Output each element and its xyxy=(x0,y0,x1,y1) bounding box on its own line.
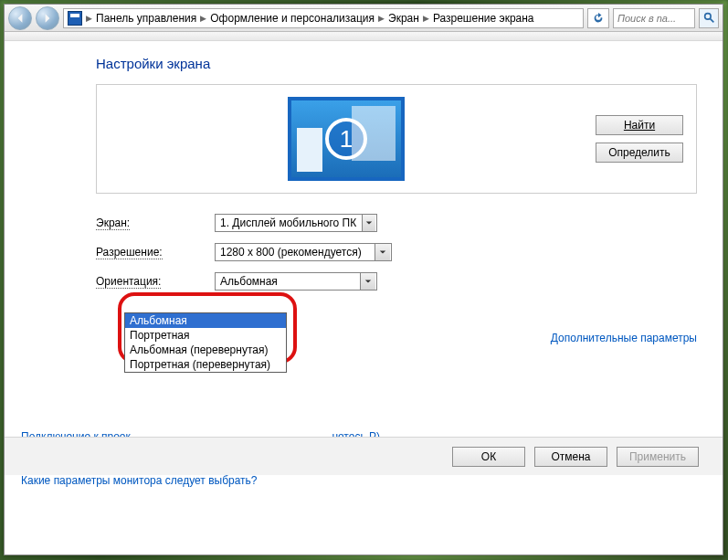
apply-button[interactable]: Применить xyxy=(617,447,699,467)
control-panel-icon xyxy=(68,11,82,26)
navigation-toolbar: ▶ Панель управления ▶ Оформление и персо… xyxy=(5,5,723,32)
breadcrumb-item[interactable]: Панель управления xyxy=(96,12,196,25)
screen-combobox[interactable]: 1. Дисплей мобильного ПК xyxy=(215,214,377,232)
orientation-option[interactable]: Альбомная xyxy=(125,313,286,328)
page-title: Настройки экрана xyxy=(96,56,697,71)
settings-form: Экран: 1. Дисплей мобильного ПК Разрешен… xyxy=(96,214,697,291)
screen-value: 1. Дисплей мобильного ПК xyxy=(216,217,361,229)
resolution-combobox[interactable]: 1280 x 800 (рекомендуется) xyxy=(215,243,392,261)
orientation-option[interactable]: Портретная (перевернутая) xyxy=(125,357,286,372)
find-button[interactable]: Найти xyxy=(596,115,683,135)
svg-point-0 xyxy=(704,14,711,20)
dialog-button-bar: ОК Отмена Применить xyxy=(5,437,723,475)
chevron-right-icon[interactable]: ▶ xyxy=(198,14,208,23)
content-area: Настройки экрана 1 Найти Определить Экра… xyxy=(5,41,723,555)
orientation-option[interactable]: Альбомная (перевернутая) xyxy=(125,343,286,357)
orientation-combobox[interactable]: Альбомная xyxy=(215,272,377,291)
breadcrumb-item[interactable]: Разрешение экрана xyxy=(433,12,534,25)
chevron-right-icon[interactable]: ▶ xyxy=(421,14,431,23)
sub-toolbar-strip xyxy=(5,32,723,41)
resolution-value: 1280 x 800 (рекомендуется) xyxy=(216,246,374,259)
ok-button[interactable]: ОК xyxy=(452,447,525,467)
orientation-dropdown-list: Альбомная Портретная Альбомная (переверн… xyxy=(124,312,287,373)
search-button[interactable] xyxy=(699,8,719,28)
which-monitor-link[interactable]: Какие параметры монитора следует выбрать… xyxy=(21,474,380,487)
monitor-thumbnail[interactable]: 1 xyxy=(288,97,405,181)
svg-line-1 xyxy=(710,18,713,22)
search-box[interactable] xyxy=(613,8,695,28)
chevron-down-icon[interactable] xyxy=(362,215,375,231)
refresh-button[interactable] xyxy=(587,8,609,28)
advanced-settings-link[interactable]: Дополнительные параметры xyxy=(551,332,697,344)
resolution-label: Разрешение: xyxy=(96,246,215,259)
chevron-right-icon[interactable]: ▶ xyxy=(84,14,94,23)
screen-label: Экран: xyxy=(96,217,215,229)
control-panel-window: ▶ Панель управления ▶ Оформление и персо… xyxy=(4,4,723,555)
chevron-right-icon[interactable]: ▶ xyxy=(376,14,386,23)
detect-button[interactable]: Определить xyxy=(596,143,683,163)
search-input[interactable] xyxy=(614,13,694,24)
forward-button[interactable] xyxy=(36,6,59,30)
breadcrumb-item[interactable]: Экран xyxy=(388,12,419,25)
address-breadcrumb[interactable]: ▶ Панель управления ▶ Оформление и персо… xyxy=(63,8,584,28)
monitor-number-badge: 1 xyxy=(325,118,367,160)
orientation-option[interactable]: Портретная xyxy=(125,328,286,343)
display-preview-box: 1 Найти Определить xyxy=(96,84,697,194)
orientation-value: Альбомная xyxy=(216,275,359,288)
chevron-down-icon[interactable] xyxy=(360,273,375,290)
cancel-button[interactable]: Отмена xyxy=(534,447,607,467)
breadcrumb-item[interactable]: Оформление и персонализация xyxy=(210,12,375,25)
back-button[interactable] xyxy=(8,6,32,30)
orientation-label: Ориентация: xyxy=(96,275,215,288)
chevron-down-icon[interactable] xyxy=(375,244,390,260)
